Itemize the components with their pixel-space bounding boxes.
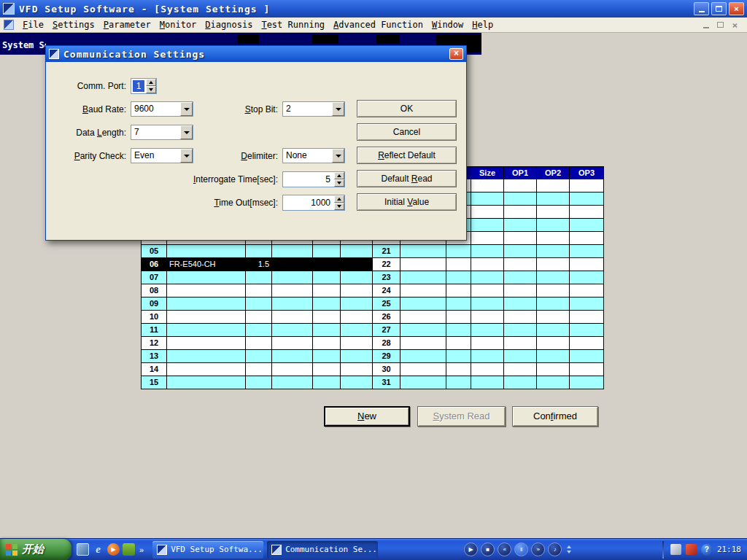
child-restore-button[interactable] — [714, 20, 727, 31]
minimize-button[interactable] — [694, 2, 709, 15]
taskbar-task-vfd-setup[interactable]: VFD Setup Softwa... — [152, 541, 263, 559]
default-read-button[interactable]: Default Read — [357, 170, 457, 187]
table-row[interactable]: 13 — [142, 350, 373, 363]
tray-help-icon[interactable]: ? — [701, 544, 713, 556]
menu-monitor[interactable]: Monitor — [155, 18, 201, 31]
interrogate-time-value: 5 — [325, 174, 330, 184]
table-row[interactable]: 28 — [373, 337, 604, 350]
table-row[interactable]: 08 — [142, 284, 373, 298]
table-row[interactable]: 05 — [142, 245, 373, 258]
child-minimize-button[interactable] — [700, 20, 712, 31]
start-button[interactable]: 开始 — [0, 539, 71, 560]
table-row[interactable]: 15 — [142, 376, 373, 389]
previous-track-button[interactable]: « — [498, 542, 511, 556]
stop-bit-dropdown-button[interactable] — [332, 102, 344, 116]
spin-down-button[interactable] — [146, 86, 156, 93]
cell — [471, 219, 504, 232]
tray-icon-2[interactable] — [686, 544, 697, 555]
child-system-menu-icon[interactable] — [4, 20, 14, 30]
next-track-button[interactable]: » — [531, 542, 545, 556]
menu-test-running[interactable]: Test Running — [257, 18, 329, 31]
tray-icon-1[interactable] — [670, 544, 681, 555]
dialog-close-button[interactable]: × — [449, 48, 463, 60]
spin-up-button[interactable] — [146, 79, 156, 86]
stop-bit-select[interactable]: 2 — [282, 101, 345, 117]
spin-down-button[interactable] — [334, 203, 344, 210]
parity-check-dropdown-button[interactable] — [180, 149, 193, 163]
menu-settings[interactable]: Settings — [48, 18, 99, 31]
table-row[interactable]: 07 — [142, 271, 373, 284]
taskbar-task-communication-settings[interactable]: Communication Se... — [267, 541, 378, 559]
table-row[interactable]: 31 — [373, 376, 604, 389]
cell — [504, 284, 537, 298]
menu-help[interactable]: Help — [468, 18, 498, 31]
table-row[interactable]: 09 — [142, 298, 373, 311]
delimiter-dropdown-button[interactable] — [332, 149, 344, 163]
child-close-button[interactable]: × — [729, 20, 741, 31]
show-desktop-icon[interactable] — [77, 543, 89, 556]
timeout-spinner[interactable]: 1000 — [282, 195, 345, 211]
data-length-value: 7 — [134, 127, 139, 137]
row-number: 09 — [142, 298, 167, 311]
spin-up-button[interactable] — [334, 172, 344, 179]
table-row[interactable]: 22 — [373, 258, 604, 271]
table-row[interactable]: 29 — [373, 350, 604, 363]
close-button[interactable]: × — [729, 2, 744, 15]
confirmed-button[interactable]: Confirmed — [512, 406, 598, 427]
table-row[interactable]: 10 — [142, 311, 373, 324]
baud-rate-dropdown-button[interactable] — [180, 102, 193, 116]
cancel-button[interactable]: Cancel — [357, 123, 457, 141]
spin-up-button[interactable] — [334, 195, 344, 203]
messenger-icon[interactable] — [123, 543, 135, 556]
table-row[interactable]: 26 — [373, 311, 604, 324]
internet-explorer-icon[interactable]: e — [92, 543, 104, 556]
table-row[interactable]: 24 — [373, 284, 604, 298]
table-row-selected[interactable]: 06FR-E540-CH1.5 — [142, 258, 373, 271]
table-row[interactable]: 11 — [142, 324, 373, 337]
table-row[interactable]: 30 — [373, 363, 604, 376]
cell — [400, 337, 446, 350]
stop-button[interactable]: ■ — [481, 542, 495, 556]
interrogate-time-spinner[interactable]: 5 — [282, 171, 345, 187]
table-row[interactable]: 21 — [373, 245, 604, 258]
delimiter-select[interactable]: None — [282, 148, 345, 163]
data-length-select[interactable]: 7 — [131, 125, 193, 140]
parity-check-label: Parity Check: — [63, 151, 126, 161]
table-row[interactable]: 25 — [373, 298, 604, 311]
table-row[interactable]: 14 — [142, 363, 373, 376]
menu-parameter[interactable]: Parameter — [99, 18, 155, 31]
menu-advanced-function[interactable]: Advanced Function — [329, 18, 427, 31]
menu-diagnosis[interactable]: Diagnosis — [201, 18, 257, 31]
reflect-default-button[interactable]: Reflect Default — [357, 147, 457, 164]
cell — [504, 192, 537, 206]
dialog-titlebar[interactable]: Communication Settings — [46, 46, 466, 62]
menu-window[interactable]: Window — [427, 18, 468, 31]
cell — [537, 363, 570, 376]
row-number: 14 — [142, 363, 167, 376]
comm-port-spinner[interactable]: 1 — [131, 78, 157, 94]
data-length-dropdown-button[interactable] — [180, 125, 193, 139]
restore-button[interactable] — [711, 2, 727, 15]
media-player-icon[interactable]: ▶ — [107, 543, 120, 556]
spin-down-button[interactable] — [334, 179, 344, 187]
play-button[interactable]: ▶ — [464, 542, 478, 556]
menu-file[interactable]: File — [18, 18, 48, 31]
volume-button[interactable]: ♪ — [548, 542, 562, 556]
ok-button[interactable]: OK — [357, 100, 457, 117]
child-window-controls: × — [700, 20, 747, 31]
quick-launch-overflow-chevron[interactable]: » — [138, 545, 144, 554]
menubar: File Settings Parameter Monitor Diagnosi… — [0, 18, 747, 33]
new-button[interactable]: New — [324, 406, 410, 427]
initial-value-button[interactable]: Initial Value — [357, 193, 457, 211]
table-row[interactable]: 27 — [373, 324, 604, 337]
row-number: 31 — [373, 376, 400, 389]
table-row[interactable]: 23 — [373, 271, 604, 284]
system-read-button[interactable]: System Read — [417, 406, 506, 427]
pause-button[interactable]: ‖ — [514, 542, 528, 556]
parity-check-value: Even — [134, 150, 154, 160]
table-row[interactable]: 12 — [142, 337, 373, 350]
baud-rate-select[interactable]: 9600 — [131, 101, 193, 117]
toolbar-scroll-buttons[interactable] — [567, 545, 571, 553]
dialog-title: Communication Settings — [63, 49, 205, 60]
parity-check-select[interactable]: Even — [131, 148, 193, 163]
